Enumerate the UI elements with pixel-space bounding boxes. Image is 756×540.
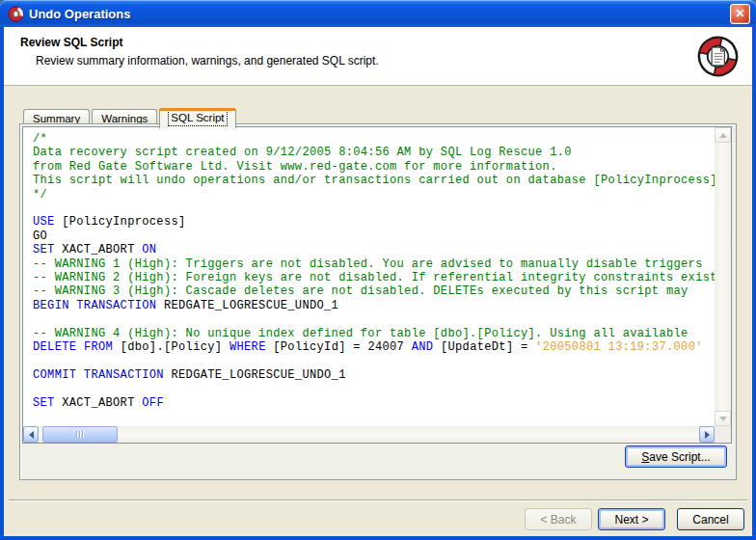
scroll-up-icon[interactable] <box>715 127 731 143</box>
sql-script-tab-panel: /*Data recovery script created on 9/12/2… <box>19 123 737 480</box>
vertical-scroll-track[interactable] <box>715 143 731 411</box>
scroll-right-icon[interactable] <box>699 426 715 443</box>
scroll-left-icon[interactable] <box>23 426 39 443</box>
horizontal-scrollbar[interactable] <box>23 426 715 443</box>
vertical-scrollbar[interactable] <box>715 127 731 426</box>
next-button[interactable]: Next > <box>598 508 665 530</box>
page-title: Review SQL Script <box>20 36 122 49</box>
dialog-body: Review SQL Script Review summary informa… <box>0 27 756 540</box>
cancel-button[interactable]: Cancel <box>677 508 744 530</box>
back-button[interactable]: < Back <box>525 508 592 530</box>
sql-code[interactable]: /*Data recovery script created on 9/12/2… <box>23 127 715 426</box>
page-subtitle: Review summary information, warnings, an… <box>36 54 379 68</box>
sql-script-viewer[interactable]: /*Data recovery script created on 9/12/2… <box>22 126 732 444</box>
lifebuoy-icon <box>8 6 24 22</box>
save-script-button[interactable]: Save Script... <box>625 446 727 468</box>
undo-operations-dialog: Undo Operations ✕ Review SQL Script Revi… <box>0 0 756 540</box>
tab-sql-script-label: SQL Script <box>171 112 224 123</box>
wizard-header: Review SQL Script Review summary informa… <box>4 27 752 86</box>
close-icon[interactable]: ✕ <box>730 4 750 24</box>
scrollbar-corner <box>715 426 731 443</box>
footer-divider <box>9 500 747 501</box>
scroll-down-icon[interactable] <box>715 411 731 426</box>
horizontal-scrollbar-thumb[interactable] <box>42 426 118 443</box>
lifebuoy-document-logo <box>695 34 741 79</box>
window-title: Undo Operations <box>29 7 730 21</box>
horizontal-scroll-track[interactable] <box>39 426 699 443</box>
tab-sql-script[interactable]: SQL Script <box>159 108 235 128</box>
title-bar[interactable]: Undo Operations ✕ <box>0 0 756 27</box>
